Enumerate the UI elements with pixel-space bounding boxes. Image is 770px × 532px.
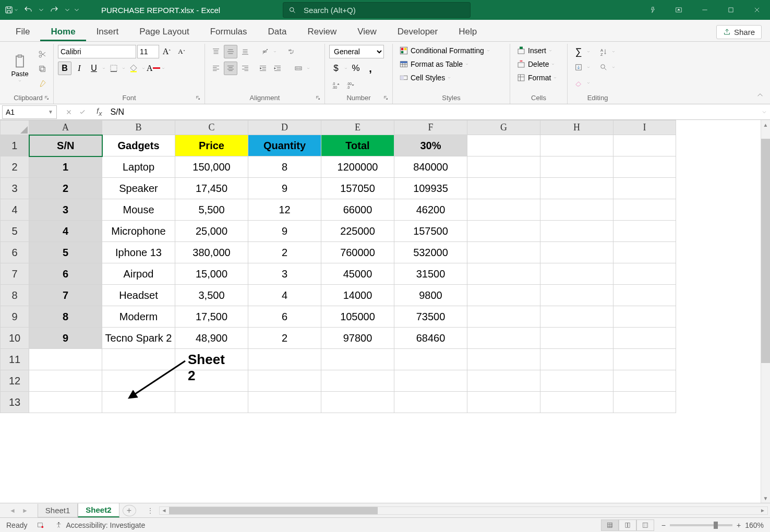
cell-H2[interactable] [540,156,613,178]
clear-button[interactable] [572,76,585,90]
autosave-toggle[interactable] [4,3,19,17]
cell-H7[interactable] [540,263,613,285]
undo-dropdown[interactable] [38,3,45,17]
cell-A6[interactable]: 5 [29,242,102,263]
col-header-I[interactable]: I [613,120,676,135]
cell-G7[interactable] [467,263,540,285]
minimize-button[interactable] [692,0,718,20]
new-sheet-button[interactable]: + [123,505,136,516]
cell-C9[interactable]: 17,500 [175,306,248,328]
increase-decimal-button[interactable]: .0.00 [329,78,343,92]
chevron-down-icon[interactable] [273,50,277,54]
align-left-button[interactable] [209,62,223,75]
cell-G5[interactable] [467,221,540,242]
cell-H13[interactable] [540,392,613,413]
cell-D2[interactable]: 8 [248,156,321,178]
cell-D4[interactable]: 12 [248,199,321,221]
col-header-G[interactable]: G [467,120,540,135]
grid-table[interactable]: A B C D E F G H I 1 S/N Gadgets Price Qu… [0,120,676,413]
scroll-up-button[interactable]: ▲ [761,120,770,129]
cell-I5[interactable] [613,221,676,242]
page-break-view-button[interactable] [636,519,654,531]
cell-A4[interactable]: 3 [29,199,102,221]
tab-developer[interactable]: Developer [387,21,449,41]
italic-button[interactable]: I [73,62,86,75]
scroll-thumb[interactable] [761,139,770,363]
cell-B9[interactable]: Moderm [102,306,175,328]
col-header-A[interactable]: A [29,120,102,135]
cell-E4[interactable]: 66000 [321,199,394,221]
cell-I13[interactable] [613,392,676,413]
chevron-down-icon[interactable] [611,50,616,54]
cell-F4[interactable]: 46200 [394,199,467,221]
cell-F7[interactable]: 31500 [394,263,467,285]
font-color-button[interactable]: A [147,62,160,75]
number-launcher[interactable] [383,94,389,101]
select-all-corner[interactable] [1,120,29,135]
cell-C8[interactable]: 3,500 [175,285,248,306]
comma-format-button[interactable]: , [364,62,377,75]
cancel-formula-button[interactable] [62,105,76,119]
percent-format-button[interactable]: % [349,62,363,75]
tab-view[interactable]: View [347,21,387,41]
search-box[interactable]: Search (Alt+Q) [283,2,471,18]
cell-B13[interactable] [102,392,175,413]
cell-A10[interactable]: 9 [29,328,102,349]
font-name-input[interactable] [58,45,136,58]
undo-button[interactable] [21,3,35,17]
cell-styles-button[interactable]: Cell Styles [397,72,453,83]
cell-B5[interactable]: Microphone [102,221,175,242]
cell-A12[interactable] [29,370,102,392]
tab-home[interactable]: Home [40,21,86,41]
cell-H8[interactable] [540,285,613,306]
row-header-11[interactable]: 11 [1,349,29,370]
scroll-left-button[interactable]: ◄ [160,507,169,514]
chevron-down-icon[interactable] [586,65,591,69]
normal-view-button[interactable] [601,519,619,531]
cell-C12[interactable] [175,370,248,392]
cell-F1[interactable]: 30% [394,135,467,156]
cell-D12[interactable] [248,370,321,392]
decrease-font-button[interactable]: A˅ [175,45,188,58]
cell-B1[interactable]: Gadgets [102,135,175,156]
chevron-down-icon[interactable] [161,66,165,70]
cell-D1[interactable]: Quantity [248,135,321,156]
cell-E9[interactable]: 105000 [321,306,394,328]
cell-D7[interactable]: 3 [248,263,321,285]
number-format-select[interactable]: General [329,45,384,58]
wrap-text-button[interactable]: ab [284,45,298,58]
cell-H10[interactable] [540,328,613,349]
sheet-next-icon[interactable]: ► [19,507,31,514]
cell-C2[interactable]: 150,000 [175,156,248,178]
coming-soon-button[interactable] [640,0,666,20]
col-header-B[interactable]: B [102,120,175,135]
cell-D9[interactable]: 6 [248,306,321,328]
format-painter-button[interactable] [35,77,49,90]
cell-A9[interactable]: 8 [29,306,102,328]
scroll-down-button[interactable]: ▼ [761,493,770,503]
cell-F12[interactable] [394,370,467,392]
macro-record-icon[interactable] [37,521,44,529]
row-header-5[interactable]: 5 [1,221,29,242]
cell-E10[interactable]: 97800 [321,328,394,349]
enter-formula-button[interactable] [76,105,89,119]
row-header-8[interactable]: 8 [1,285,29,306]
row-header-3[interactable]: 3 [1,178,29,199]
row-header-1[interactable]: 1 [1,135,29,156]
sheet-tab-sheet2[interactable]: Sheet2 [78,503,119,517]
maximize-button[interactable] [718,0,744,20]
cell-D5[interactable]: 9 [248,221,321,242]
cell-A7[interactable]: 6 [29,263,102,285]
cell-I8[interactable] [613,285,676,306]
cell-I6[interactable] [613,242,676,263]
redo-button[interactable] [47,3,62,17]
cell-A11[interactable] [29,349,102,370]
copy-button[interactable] [35,62,49,76]
cell-B2[interactable]: Laptop [102,156,175,178]
tab-review[interactable]: Review [297,21,347,41]
row-header-2[interactable]: 2 [1,156,29,178]
tab-page-layout[interactable]: Page Layout [129,21,199,41]
cell-G8[interactable] [467,285,540,306]
cell-C1[interactable]: Price [175,135,248,156]
cut-button[interactable] [35,47,49,61]
